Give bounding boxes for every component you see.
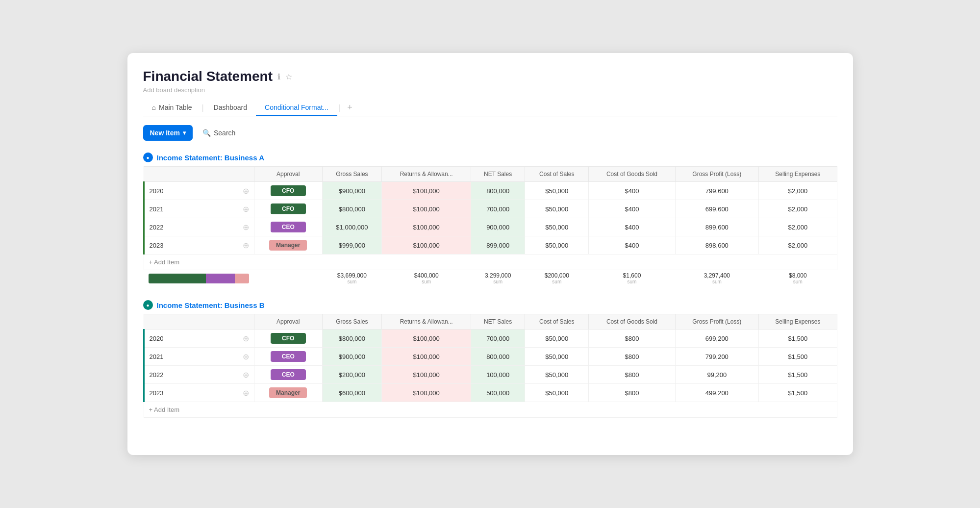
year-cell: 2022 ⊕ [144,218,254,236]
cogs-cell: $800 [589,384,675,402]
table-row[interactable]: 2021 ⊕ CFO $800,000 $100,000 700,000 $50… [144,200,837,218]
gross-sales-cell: $999,000 [322,236,382,254]
section-b-title[interactable]: Income Statement: Business B [157,301,265,309]
add-row-icon[interactable]: ⊕ [243,204,249,214]
section-a-header: ● Income Statement: Business A [143,152,837,162]
add-row-icon[interactable]: ⊕ [243,186,249,196]
add-row-icon[interactable]: ⊕ [243,370,249,380]
gross-profit-cell: 799,600 [675,182,759,200]
year-cell: 2020 ⊕ [144,330,254,348]
net-sales-cell: 800,000 [471,348,525,366]
add-row-icon[interactable]: ⊕ [243,334,249,343]
selling-exp-cell: $2,000 [759,236,837,254]
search-button[interactable]: 🔍 Search [199,126,239,140]
approval-cell[interactable]: Manager [254,236,322,254]
section-a-table: Approval Gross Sales Returns & Allowan..… [143,166,837,286]
add-item-row[interactable]: + Add Item [144,254,837,270]
sum-bar-cell [144,270,254,287]
tabs-row: ⌂ Main Table | Dashboard Conditional For… [143,99,837,117]
toolbar: New Item ▾ 🔍 Search [143,125,837,141]
approval-cell[interactable]: CEO [254,348,322,366]
tab-dashboard[interactable]: Dashboard [205,100,256,116]
app-container: Financial Statement ℹ ☆ Add board descri… [127,53,853,455]
col-net-sales-b: NET Sales [471,314,525,330]
table-row[interactable]: 2022 ⊕ CEO $1,000,000 $100,000 900,000 $… [144,218,837,236]
section-a-title[interactable]: Income Statement: Business A [157,153,265,162]
add-row-icon[interactable]: ⊕ [243,352,249,361]
section-b-toggle[interactable]: ● [143,300,153,310]
col-gross-profit-b: Gross Profit (Loss) [675,314,759,330]
cogs-cell: $400 [589,182,675,200]
section-a: ● Income Statement: Business A Approval … [143,152,837,286]
gross-profit-cell: 699,600 [675,200,759,218]
col-cogs-a: Cost of Goods Sold [589,167,675,182]
gross-sales-cell: $900,000 [322,348,382,366]
table-row[interactable]: 2020 ⊕ CFO $800,000 $100,000 700,000 $50… [144,330,837,348]
table-row[interactable]: 2023 ⊕ Manager $999,000 $100,000 899,000… [144,236,837,254]
net-sales-cell: 700,000 [471,200,525,218]
returns-cell: $100,000 [382,236,471,254]
gross-sales-cell: $1,000,000 [322,218,382,236]
tab-main-table[interactable]: ⌂ Main Table [143,100,201,116]
add-row-icon[interactable]: ⊕ [243,223,249,232]
col-selling-a: Selling Expenses [759,167,837,182]
page-title: Financial Statement [143,69,273,84]
approval-cell[interactable]: CFO [254,200,322,218]
gross-sales-cell: $600,000 [322,384,382,402]
board-description[interactable]: Add board description [143,86,837,94]
gross-profit-cell: 699,200 [675,330,759,348]
cost-sales-cell: $50,000 [525,236,589,254]
approval-cell[interactable]: CFO [254,330,322,348]
table-row[interactable]: 2023 ⊕ Manager $600,000 $100,000 500,000… [144,384,837,402]
home-icon: ⌂ [152,103,156,111]
add-row-icon[interactable]: ⊕ [243,241,249,250]
col-gross-profit-a: Gross Profit (Loss) [675,167,759,182]
add-row-icon[interactable]: ⊕ [243,388,249,398]
section-a-toggle[interactable]: ● [143,152,153,162]
col-approval-a: Approval [254,167,322,182]
info-icon[interactable]: ℹ [277,72,280,81]
cost-sales-cell: $50,000 [525,182,589,200]
approval-cell[interactable]: CEO [254,218,322,236]
selling-exp-cell: $2,000 [759,200,837,218]
selling-exp-cell: $1,500 [759,348,837,366]
year-cell: 2022 ⊕ [144,366,254,384]
returns-cell: $100,000 [382,348,471,366]
col-selling-b: Selling Expenses [759,314,837,330]
add-item-row[interactable]: + Add Item [144,402,837,418]
table-row[interactable]: 2021 ⊕ CEO $900,000 $100,000 800,000 $50… [144,348,837,366]
returns-cell: $100,000 [382,200,471,218]
cogs-cell: $400 [589,236,675,254]
returns-cell: $100,000 [382,218,471,236]
approval-cell[interactable]: CFO [254,182,322,200]
tab-separator-2: | [337,103,341,112]
year-cell: 2020 ⊕ [144,182,254,200]
section-b-header: ● Income Statement: Business B [143,300,837,310]
chevron-down-icon: ▾ [183,129,186,136]
returns-cell: $100,000 [382,384,471,402]
col-net-sales-a: NET Sales [471,167,525,182]
star-icon[interactable]: ☆ [285,72,292,81]
col-cogs-b: Cost of Goods Sold [589,314,675,330]
cogs-cell: $800 [589,348,675,366]
selling-exp-cell: $1,500 [759,366,837,384]
approval-cell[interactable]: CEO [254,366,322,384]
table-row[interactable]: 2020 ⊕ CFO $900,000 $100,000 800,000 $50… [144,182,837,200]
net-sales-cell: 500,000 [471,384,525,402]
col-gross-sales-a: Gross Sales [322,167,382,182]
gross-profit-cell: 898,600 [675,236,759,254]
tab-add[interactable]: + [341,99,358,117]
page-title-row: Financial Statement ℹ ☆ [143,69,837,84]
selling-exp-cell: $1,500 [759,384,837,402]
gross-sales-cell: $800,000 [322,330,382,348]
new-item-button[interactable]: New Item ▾ [143,125,193,141]
approval-cell[interactable]: Manager [254,384,322,402]
col-approval-b: Approval [254,314,322,330]
table-row[interactable]: 2022 ⊕ CEO $200,000 $100,000 100,000 $50… [144,366,837,384]
cost-sales-cell: $50,000 [525,218,589,236]
tab-conditional-format[interactable]: Conditional Format... [256,100,337,116]
cost-sales-cell: $50,000 [525,384,589,402]
cogs-cell: $800 [589,366,675,384]
cogs-cell: $800 [589,330,675,348]
col-returns-a: Returns & Allowan... [382,167,471,182]
